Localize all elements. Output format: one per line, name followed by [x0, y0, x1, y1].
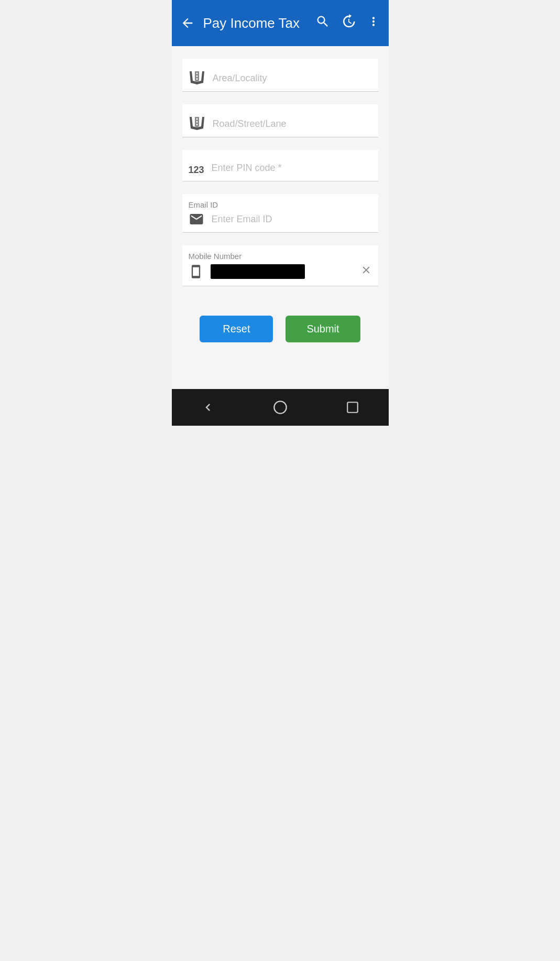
- reset-button[interactable]: Reset: [200, 316, 273, 342]
- pin-code-input[interactable]: [212, 160, 372, 176]
- form-area: 123 Email ID Mobile Number: [172, 46, 389, 389]
- mobile-input-wrapper: [211, 264, 356, 279]
- search-icon[interactable]: [315, 14, 330, 33]
- email-field-container: Email ID: [182, 194, 378, 233]
- mobile-clear-button[interactable]: [360, 264, 372, 279]
- mobile-field-container: Mobile Number: [182, 245, 378, 286]
- svg-rect-0: [196, 73, 197, 74]
- more-options-icon[interactable]: [367, 15, 380, 32]
- svg-rect-2: [196, 78, 197, 80]
- history-icon[interactable]: [341, 14, 356, 33]
- road-icon-1: [189, 69, 205, 86]
- area-locality-field: [182, 59, 378, 92]
- pin-icon: 123: [189, 165, 204, 176]
- button-row: Reset Submit: [182, 307, 378, 355]
- submit-button[interactable]: Submit: [286, 316, 360, 342]
- email-icon: [189, 211, 204, 227]
- svg-point-6: [274, 401, 287, 413]
- email-input-wrapper: [212, 212, 372, 227]
- nav-recents-button[interactable]: [346, 401, 359, 414]
- road-street-input-wrapper: [213, 116, 372, 132]
- svg-rect-5: [196, 124, 197, 125]
- mobile-icon: [189, 263, 203, 280]
- page-title: Pay Income Tax: [203, 15, 315, 31]
- road-street-input[interactable]: [213, 116, 372, 132]
- mobile-label: Mobile Number: [189, 252, 242, 261]
- area-locality-input-wrapper: [213, 71, 372, 86]
- svg-rect-3: [196, 118, 197, 120]
- road-street-field: [182, 104, 378, 137]
- email-label: Email ID: [189, 200, 218, 209]
- area-locality-input[interactable]: [213, 71, 372, 86]
- phone-container: Pay Income Tax: [172, 0, 389, 426]
- svg-rect-7: [347, 402, 358, 413]
- mobile-row-inner: [189, 263, 372, 280]
- pin-code-field: 123: [182, 150, 378, 181]
- svg-rect-1: [196, 75, 197, 77]
- email-row-inner: [189, 211, 372, 227]
- app-bar-actions: [315, 14, 380, 33]
- road-icon-2: [189, 115, 205, 132]
- nav-home-button[interactable]: [273, 400, 288, 415]
- mobile-redacted-value: [211, 264, 305, 279]
- app-bar: Pay Income Tax: [172, 0, 389, 46]
- pin-code-input-wrapper: [212, 160, 372, 176]
- nav-back-button[interactable]: [201, 400, 215, 415]
- svg-rect-4: [196, 121, 197, 123]
- back-button[interactable]: [180, 16, 195, 30]
- email-input[interactable]: [212, 212, 372, 227]
- nav-bar: [172, 389, 389, 426]
